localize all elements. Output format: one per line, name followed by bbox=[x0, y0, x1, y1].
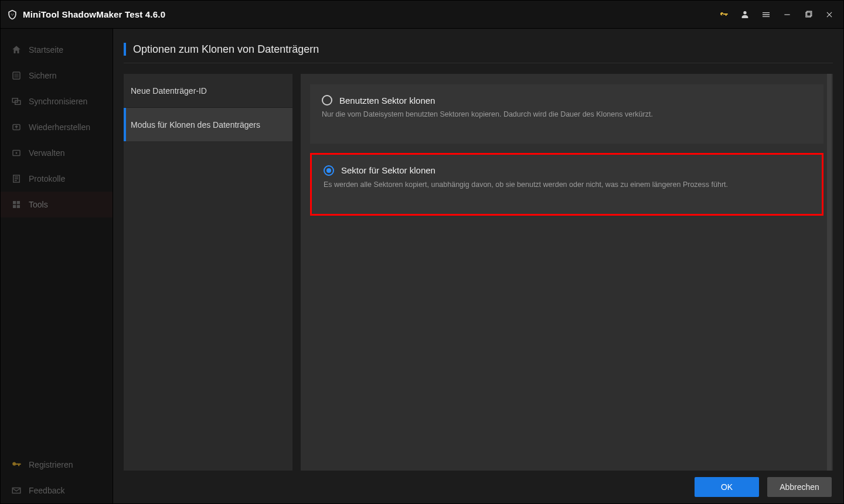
page-header: Optionen zum Klonen von Datenträgern bbox=[124, 29, 833, 63]
manage-icon bbox=[11, 148, 22, 158]
sidebar-item-registrieren[interactable]: Registrieren bbox=[1, 452, 113, 478]
sidebar-item-label: Tools bbox=[29, 200, 48, 209]
sidebar-item-wiederherstellen[interactable]: Wiederherstellen bbox=[1, 114, 113, 140]
titlebar-controls bbox=[719, 10, 838, 19]
radio-unchecked-icon[interactable] bbox=[322, 95, 332, 105]
sidebar-item-sichern[interactable]: Sichern bbox=[1, 63, 113, 88]
subpanel: Neue Datenträger-ID Modus für Klonen des… bbox=[124, 74, 292, 471]
tools-icon bbox=[11, 199, 22, 210]
subpanel-item-label: Modus für Klonen des Datenträgers bbox=[131, 120, 260, 130]
subpanel-item-clone-mode[interactable]: Modus für Klonen des Datenträgers bbox=[124, 108, 292, 142]
sidebar-item-label: Wiederherstellen bbox=[29, 122, 90, 132]
main-panel: Optionen zum Klonen von Datenträgern Neu… bbox=[113, 29, 843, 503]
key-icon[interactable] bbox=[719, 10, 729, 19]
svg-rect-0 bbox=[784, 14, 789, 15]
key-icon bbox=[11, 459, 22, 470]
accent-bar bbox=[124, 43, 126, 56]
sidebar-item-label: Registrieren bbox=[29, 460, 73, 469]
sidebar-item-label: Startseite bbox=[29, 45, 63, 55]
sync-icon bbox=[11, 96, 22, 107]
restore-icon bbox=[11, 122, 22, 132]
app-logo-icon bbox=[6, 9, 18, 21]
option-title: Sektor für Sektor klonen bbox=[341, 165, 435, 175]
sidebar-item-label: Feedback bbox=[29, 486, 64, 495]
content-row: Neue Datenträger-ID Modus für Klonen des… bbox=[113, 63, 843, 471]
sidebar-bottom: Registrieren Feedback bbox=[1, 452, 113, 503]
cancel-button[interactable]: Abbrechen bbox=[767, 477, 832, 497]
page-title: Optionen zum Klonen von Datenträgern bbox=[133, 43, 319, 56]
app-title: MiniTool ShadowMaker Test 4.6.0 bbox=[23, 9, 165, 19]
sidebar-item-protokolle[interactable]: Protokolle bbox=[1, 166, 113, 192]
home-icon bbox=[11, 45, 22, 55]
option-used-sector[interactable]: Benutzten Sektor klonen Nur die vom Date… bbox=[310, 84, 823, 144]
sidebar-item-verwalten[interactable]: Verwalten bbox=[1, 140, 113, 166]
radio-checked-icon[interactable] bbox=[324, 165, 334, 176]
close-icon[interactable] bbox=[825, 10, 834, 19]
titlebar: MiniTool ShadowMaker Test 4.6.0 bbox=[1, 1, 843, 29]
sidebar-item-startseite[interactable]: Startseite bbox=[1, 37, 113, 63]
sidebar-item-label: Verwalten bbox=[29, 148, 64, 158]
mail-icon bbox=[11, 485, 22, 496]
option-head: Benutzten Sektor klonen bbox=[322, 95, 811, 105]
ok-button[interactable]: OK bbox=[695, 477, 759, 497]
svg-rect-13 bbox=[13, 205, 16, 208]
option-sector-by-sector[interactable]: Sektor für Sektor klonen Es werden alle … bbox=[310, 153, 823, 216]
sidebar-item-label: Sichern bbox=[29, 71, 56, 80]
options-panel: Benutzten Sektor klonen Nur die vom Date… bbox=[301, 74, 833, 471]
maximize-icon[interactable] bbox=[804, 10, 813, 19]
option-head: Sektor für Sektor klonen bbox=[324, 165, 809, 176]
app-window: MiniTool ShadowMaker Test 4.6.0 bbox=[0, 0, 844, 504]
subpanel-item-label: Neue Datenträger-ID bbox=[131, 86, 207, 96]
dialog-footer: OK Abbrechen bbox=[113, 471, 843, 503]
option-title: Benutzten Sektor klonen bbox=[339, 96, 435, 105]
menu-icon[interactable] bbox=[761, 10, 771, 19]
svg-rect-4 bbox=[14, 73, 19, 78]
sidebar-item-feedback[interactable]: Feedback bbox=[1, 478, 113, 503]
minimize-icon[interactable] bbox=[782, 10, 792, 19]
scrollbar[interactable] bbox=[827, 74, 832, 471]
sidebar: Startseite Sichern Synchronisieren Wiede… bbox=[1, 29, 113, 503]
sidebar-item-label: Synchronisieren bbox=[29, 97, 87, 106]
svg-point-9 bbox=[16, 152, 18, 154]
svg-rect-14 bbox=[17, 205, 20, 208]
log-icon bbox=[11, 173, 22, 184]
user-icon[interactable] bbox=[740, 10, 750, 19]
option-desc: Nur die vom Dateisystem benutzten Sektor… bbox=[322, 109, 811, 120]
svg-rect-11 bbox=[13, 201, 16, 204]
backup-icon bbox=[11, 70, 22, 81]
sidebar-item-label: Protokolle bbox=[29, 174, 65, 183]
sidebar-item-tools[interactable]: Tools bbox=[1, 192, 113, 217]
svg-rect-12 bbox=[17, 201, 20, 204]
app-body: Startseite Sichern Synchronisieren Wiede… bbox=[1, 29, 843, 503]
sidebar-item-synchronisieren[interactable]: Synchronisieren bbox=[1, 88, 113, 114]
subpanel-item-disk-id[interactable]: Neue Datenträger-ID bbox=[124, 74, 292, 108]
option-desc: Es werden alle Sektoren kopiert, unabhän… bbox=[324, 179, 809, 190]
sidebar-spacer bbox=[1, 217, 113, 452]
